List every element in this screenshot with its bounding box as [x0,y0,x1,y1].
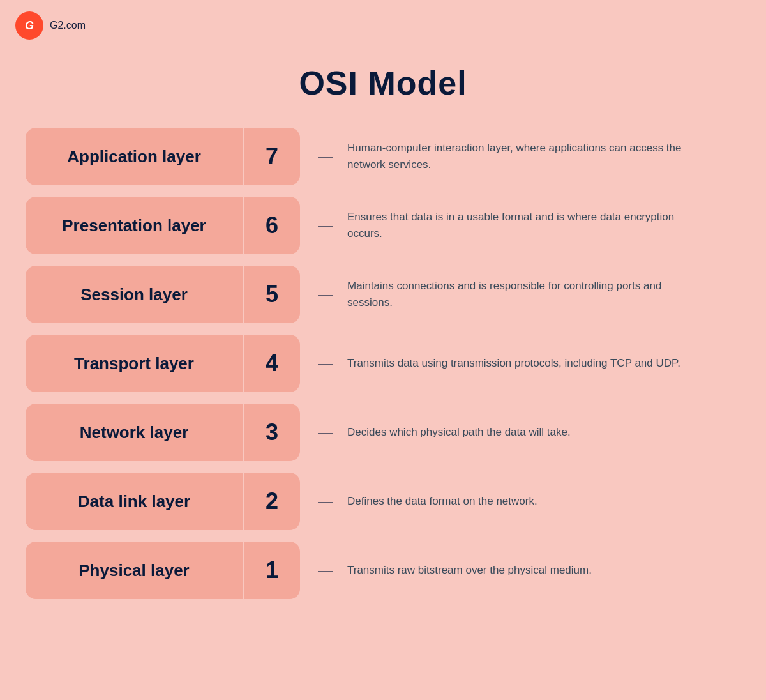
layer-number-box: 3 [243,404,300,461]
layer-description: Defines the data format on the network. [347,493,705,510]
layer-number-box: 5 [243,266,300,323]
layer-description: Transmits raw bitstream over the physica… [347,562,705,579]
layer-number: 4 [266,350,278,377]
layer-description: Decides which physical path the data wil… [347,424,705,441]
layer-description: Human-computer interaction layer, where … [347,140,705,174]
layer-row: Data link layer 2 — Defines the data for… [26,473,740,530]
layer-name-box: Physical layer [26,542,243,599]
layer-dash: — [318,356,333,371]
layer-name: Session layer [80,285,188,305]
layer-number-box: 1 [243,542,300,599]
layer-name: Presentation layer [62,216,206,236]
layer-number: 2 [266,488,278,515]
layer-name-box: Transport layer [26,335,243,392]
layer-name-box: Application layer [26,128,243,185]
layer-description: Transmits data using transmission protoc… [347,355,705,372]
layer-name-box: Data link layer [26,473,243,530]
layer-row: Application layer 7 — Human-computer int… [26,128,740,185]
layer-row: Network layer 3 — Decides which physical… [26,404,740,461]
layer-number-box: 7 [243,128,300,185]
layer-dash: — [318,149,333,164]
layer-name: Network layer [80,423,189,443]
header: G G2.com [0,0,766,51]
layer-name-box: Session layer [26,266,243,323]
layer-name-box: Presentation layer [26,197,243,254]
layer-number: 5 [266,281,278,308]
layer-dash: — [318,425,333,440]
layer-number: 6 [266,212,278,239]
layer-number: 3 [266,419,278,446]
layer-name: Physical layer [79,561,189,581]
page-title: OSI Model [0,64,766,102]
layer-name: Data link layer [78,492,190,512]
layer-name: Application layer [67,147,201,167]
layer-dash: — [318,287,333,302]
layer-number: 7 [266,143,278,170]
g2-logo: G [15,11,43,40]
layer-number-box: 2 [243,473,300,530]
layer-row: Session layer 5 — Maintains connections … [26,266,740,323]
site-name: G2.com [50,20,86,31]
layer-description: Ensures that data is in a usable format … [347,209,705,243]
layer-number-box: 4 [243,335,300,392]
layers-container: Application layer 7 — Human-computer int… [0,128,766,625]
layer-number-box: 6 [243,197,300,254]
layer-name: Transport layer [74,354,194,374]
layer-number: 1 [266,557,278,584]
layer-dash: — [318,218,333,233]
layer-row: Physical layer 1 — Transmits raw bitstre… [26,542,740,599]
layer-dash: — [318,563,333,578]
layer-name-box: Network layer [26,404,243,461]
layer-dash: — [318,494,333,509]
layer-description: Maintains connections and is responsible… [347,278,705,312]
layer-row: Transport layer 4 — Transmits data using… [26,335,740,392]
layer-row: Presentation layer 6 — Ensures that data… [26,197,740,254]
